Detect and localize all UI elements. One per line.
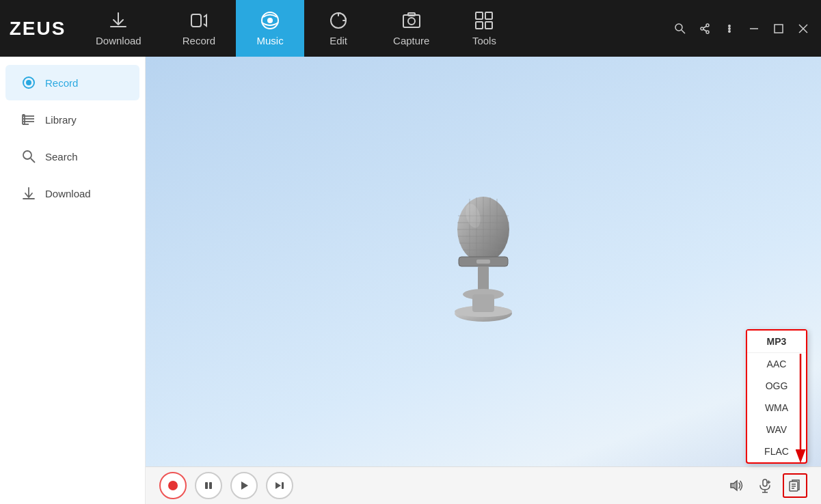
tab-tools[interactable]: Tools bbox=[450, 0, 518, 57]
content-area: MP3 AAC OGG WMA WAV FLAC bbox=[146, 57, 821, 504]
play-icon bbox=[239, 481, 249, 490]
svg-marker-58 bbox=[241, 481, 248, 490]
svg-rect-48 bbox=[476, 260, 490, 264]
svg-rect-60 bbox=[282, 482, 284, 489]
playback-controls bbox=[159, 472, 293, 499]
pause-icon bbox=[204, 481, 213, 490]
edit-nav-icon bbox=[328, 10, 349, 31]
window-controls bbox=[671, 0, 821, 57]
format-option-wav[interactable]: WAV bbox=[747, 419, 806, 440]
tab-music[interactable]: Music bbox=[236, 0, 304, 57]
app-logo: ZEUS bbox=[0, 0, 75, 57]
svg-point-32 bbox=[23, 151, 31, 159]
volume-button[interactable] bbox=[725, 475, 747, 496]
bottom-bar: MP3 AAC OGG WMA WAV FLAC bbox=[146, 466, 821, 504]
svg-line-17 bbox=[703, 29, 707, 31]
play-button[interactable] bbox=[230, 472, 258, 499]
titlebar: ZEUS Download Record M bbox=[0, 0, 821, 57]
svg-rect-0 bbox=[191, 14, 201, 27]
format-option-mp3[interactable]: MP3 bbox=[747, 331, 806, 353]
svg-point-19 bbox=[729, 27, 730, 29]
maximize-button[interactable] bbox=[769, 19, 788, 38]
svg-point-18 bbox=[729, 25, 730, 26]
tab-capture-label: Capture bbox=[393, 35, 429, 46]
svg-rect-8 bbox=[485, 12, 492, 19]
svg-point-2 bbox=[267, 18, 273, 23]
record-nav-icon bbox=[189, 10, 209, 31]
svg-rect-4 bbox=[403, 15, 420, 27]
svg-rect-56 bbox=[205, 482, 208, 489]
record-circle-icon bbox=[167, 480, 178, 491]
capture-nav-icon bbox=[401, 10, 422, 31]
search-sidebar-icon bbox=[22, 150, 36, 163]
sidebar-item-record[interactable]: Record bbox=[5, 65, 139, 100]
format-icon bbox=[788, 479, 802, 492]
tab-edit[interactable]: Edit bbox=[304, 0, 373, 57]
volume-icon bbox=[729, 478, 744, 493]
sidebar-item-download[interactable]: Download bbox=[5, 176, 139, 211]
svg-point-14 bbox=[701, 27, 703, 30]
next-button[interactable] bbox=[266, 472, 293, 499]
pause-button[interactable] bbox=[195, 472, 222, 499]
format-option-aac[interactable]: AAC bbox=[747, 353, 806, 375]
format-option-wma[interactable]: WMA bbox=[747, 397, 806, 419]
share-ctrl-icon[interactable] bbox=[695, 19, 714, 38]
tab-capture[interactable]: Capture bbox=[373, 0, 450, 57]
format-option-flac[interactable]: FLAC bbox=[747, 440, 806, 462]
svg-rect-7 bbox=[476, 12, 483, 19]
svg-rect-57 bbox=[209, 482, 212, 489]
mic-illustration bbox=[429, 185, 538, 335]
right-controls: MP3 AAC OGG WMA WAV FLAC bbox=[725, 473, 807, 498]
svg-rect-53 bbox=[472, 294, 494, 312]
svg-rect-10 bbox=[485, 22, 492, 29]
tab-record-label: Record bbox=[183, 35, 215, 46]
format-option-ogg[interactable]: OGG bbox=[747, 375, 806, 397]
tools-nav-icon bbox=[474, 10, 494, 31]
svg-point-5 bbox=[408, 18, 415, 25]
tab-record[interactable]: Record bbox=[162, 0, 236, 57]
svg-point-11 bbox=[675, 24, 682, 31]
microphone-svg bbox=[429, 185, 538, 335]
format-dropdown: MP3 AAC OGG WMA WAV FLAC bbox=[746, 329, 807, 464]
svg-rect-61 bbox=[763, 479, 767, 486]
svg-point-26 bbox=[26, 80, 31, 85]
tab-download[interactable]: Download bbox=[75, 0, 162, 57]
svg-line-16 bbox=[703, 26, 707, 28]
music-nav-icon bbox=[260, 10, 280, 31]
sidebar-item-search[interactable]: Search bbox=[5, 139, 139, 174]
download-nav-icon bbox=[108, 10, 129, 31]
close-button[interactable] bbox=[794, 19, 813, 38]
svg-line-12 bbox=[682, 30, 685, 33]
mic-settings-icon bbox=[757, 478, 772, 493]
sidebar-download-label: Download bbox=[45, 188, 91, 199]
menu-ctrl-icon[interactable] bbox=[720, 19, 739, 38]
sidebar-library-label: Library bbox=[45, 114, 77, 126]
sidebar-search-label: Search bbox=[45, 151, 78, 163]
record-button[interactable] bbox=[159, 472, 187, 499]
svg-rect-9 bbox=[476, 22, 483, 29]
download-sidebar-icon bbox=[22, 186, 36, 200]
format-button[interactable] bbox=[783, 473, 807, 498]
search-ctrl-icon[interactable] bbox=[671, 19, 690, 38]
logo-text: ZEUS bbox=[10, 18, 66, 40]
sidebar-item-library[interactable]: Library bbox=[5, 102, 139, 137]
minimize-button[interactable] bbox=[744, 19, 764, 38]
tab-edit-label: Edit bbox=[329, 35, 347, 46]
tab-download-label: Download bbox=[96, 35, 142, 46]
next-icon bbox=[275, 481, 284, 490]
svg-line-33 bbox=[31, 158, 35, 163]
sidebar-record-label: Record bbox=[45, 77, 78, 89]
tab-tools-label: Tools bbox=[472, 35, 496, 46]
svg-point-55 bbox=[168, 481, 178, 490]
svg-rect-22 bbox=[775, 25, 783, 33]
library-sidebar-icon bbox=[22, 113, 36, 126]
sidebar: Record Library Search Download bbox=[0, 57, 146, 504]
svg-point-20 bbox=[729, 30, 730, 31]
svg-marker-59 bbox=[275, 482, 281, 489]
record-sidebar-icon bbox=[22, 76, 36, 89]
tab-music-label: Music bbox=[256, 35, 283, 46]
main-layout: Record Library Search Download bbox=[0, 57, 821, 504]
mic-settings-button[interactable] bbox=[754, 475, 776, 496]
